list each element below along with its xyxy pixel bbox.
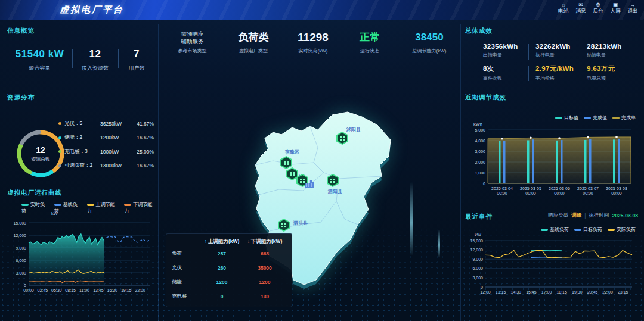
legend-row-storage: 储能：2 1200kW 16.67% bbox=[58, 131, 154, 145]
svg-text:2025-03-0400:00: 2025-03-0400:00 bbox=[491, 186, 513, 195]
legend-chip bbox=[612, 117, 620, 119]
overall-grid: 32356kWh出清电量 32262kWh执行电量 28213kWh结清电量 8… bbox=[476, 43, 640, 88]
stat-label: 总调节能力(kW) bbox=[413, 48, 447, 54]
legend-row-charger: 充电桩：3 1000kW 25.00% bbox=[58, 145, 154, 159]
legend-chip bbox=[124, 204, 131, 206]
svg-text:15:45: 15:45 bbox=[526, 290, 537, 294]
panel-run-curve: 虚拟电厂运行曲线 实时负荷 基线负荷 上调节能力 下调节能力 kW 03,000… bbox=[6, 186, 156, 321]
menu-item-bigscreen[interactable]: ▣ 大屏 bbox=[610, 2, 621, 14]
marker-inner bbox=[281, 157, 291, 168]
panel-title: 虚拟电厂运行曲线 bbox=[7, 189, 155, 197]
svg-text:2025-03-0700:00: 2025-03-0700:00 bbox=[577, 186, 599, 195]
menu-item-messages[interactable]: ✉ 消息 bbox=[575, 2, 586, 14]
legend-chip bbox=[584, 117, 591, 119]
legend-item: 目标值 bbox=[555, 114, 578, 121]
legend-item: 下调节能力 bbox=[124, 201, 156, 214]
stat-value: 51540 kW bbox=[7, 48, 72, 60]
overview-stats: 51540 kW 聚合容量 12 接入资源数 7 用户数 bbox=[7, 47, 155, 72]
cell-fee-total: 9.63万元电费总额 bbox=[580, 64, 637, 82]
stat-label: 用户数 bbox=[118, 64, 155, 72]
legend-name: 储能：2 bbox=[64, 134, 100, 141]
legend-item: 基线负荷 bbox=[54, 201, 82, 214]
legend-capacity: 1200kW bbox=[100, 135, 131, 141]
resource-total-value: 12 bbox=[36, 145, 45, 155]
legend-chip bbox=[54, 204, 61, 206]
event-legend: 基线负荷 目标负荷 实际负荷 bbox=[541, 226, 636, 233]
legend-chip bbox=[608, 229, 615, 231]
svg-text:5,000: 5,000 bbox=[475, 128, 485, 132]
svg-text:2025-03-0800:00: 2025-03-0800:00 bbox=[606, 186, 627, 195]
svg-text:12:00: 12:00 bbox=[480, 290, 491, 294]
run-curve-chart[interactable]: 03,0006,0009,00012,00015,00000:0002:4505… bbox=[7, 219, 154, 296]
tooltip-header: ↑上调能力(kW) ↓下调能力(kW) bbox=[172, 238, 286, 245]
capacity-tooltip: ↑上调能力(kW) ↓下调能力(kW) 负荷287663 光伏26035000 … bbox=[166, 233, 292, 307]
exec-time-value: 2025-03-08 bbox=[612, 213, 638, 219]
legend-percent: 16.67% bbox=[137, 163, 154, 169]
panel-recent-events: 最近事件 响应类型 调峰 | 执行时间 2025-03-08 基线负荷 目标负荷… bbox=[464, 210, 640, 321]
svg-text:4,000: 4,000 bbox=[475, 139, 485, 143]
cell-settled-energy: 28213kWh结清电量 bbox=[580, 43, 637, 58]
status-badge: 正常 bbox=[360, 29, 380, 46]
legend-item: 完成值 bbox=[584, 114, 607, 121]
tooltip-row-load: 负荷287663 bbox=[172, 247, 286, 261]
legend-chip bbox=[21, 204, 29, 206]
svg-text:6,000: 6,000 bbox=[16, 258, 26, 263]
legend-capacity: 13000kW bbox=[100, 163, 131, 169]
svg-text:00:00: 00:00 bbox=[23, 288, 34, 292]
svg-text:08:15: 08:15 bbox=[65, 288, 76, 292]
stat-run-status: 正常 运行状态 bbox=[343, 29, 397, 58]
svg-text:22:00: 22:00 bbox=[135, 288, 145, 292]
cell-average-price: 2.97元/kWh平均价格 bbox=[528, 64, 580, 82]
panel-overall-results: 总体成效 32356kWh出清电量 32262kWh执行电量 28213kWh结… bbox=[464, 24, 640, 89]
menu-item-station[interactable]: ⌂ 电站 bbox=[558, 2, 569, 14]
market-type-value: 需预响应 辅助服务 bbox=[181, 29, 204, 46]
menu-item-exit[interactable]: → 退出 bbox=[627, 2, 638, 14]
adjustment-chart[interactable]: 01,0002,0003,0004,0005,0002025-03-0400:0… bbox=[465, 126, 637, 200]
column-divider bbox=[460, 24, 461, 321]
marker-inner bbox=[338, 133, 347, 144]
svg-text:0: 0 bbox=[483, 182, 485, 186]
legend-name: 充电桩：3 bbox=[64, 148, 100, 155]
marker-inner bbox=[328, 175, 338, 186]
svg-text:11:00: 11:00 bbox=[79, 288, 89, 292]
svg-text:16:30: 16:30 bbox=[107, 288, 118, 292]
header-bar: 虚拟电厂平台 ⌂ 电站 ✉ 消息 ⚙ 后台 ▣ 大屏 → 退出 bbox=[0, 0, 644, 20]
resource-legend: 光伏：5 36250kW 41.67% 储能：2 1200kW 16.67% 充… bbox=[58, 117, 154, 173]
response-type-value: 调峰 bbox=[571, 212, 581, 219]
legend-capacity: 1000kW bbox=[100, 149, 131, 155]
light-beam-decoration bbox=[438, 229, 440, 258]
plant-glyph bbox=[340, 136, 345, 141]
svg-text:22:00: 22:00 bbox=[602, 290, 613, 294]
tooltip-corner bbox=[172, 238, 200, 245]
stat-value: 12 bbox=[72, 48, 118, 60]
menu-label: 后台 bbox=[593, 8, 603, 14]
response-type-label: 响应类型 bbox=[548, 212, 568, 219]
col-down-header: ↓下调能力(kW) bbox=[243, 238, 286, 245]
legend-name: 光伏：5 bbox=[64, 120, 100, 127]
stat-realtime-load: 11298 实时负荷(kW) bbox=[283, 29, 343, 58]
svg-text:15,000: 15,000 bbox=[14, 221, 27, 225]
stat-value: 38450 bbox=[415, 29, 443, 46]
cell-event-count: 8次事件次数 bbox=[476, 64, 528, 82]
panel-title: 近期调节成效 bbox=[465, 94, 639, 102]
adjust-legend: 目标值 完成值 完成率 bbox=[555, 114, 636, 121]
message-icon: ✉ bbox=[578, 2, 583, 8]
tooltip-row-charger: 充电桩0130 bbox=[172, 289, 286, 304]
legend-item: 基线负荷 bbox=[541, 226, 569, 233]
panel-resource-distribution: 资源分布 12 资源总数 光伏：5 36250kW 41.67% 储能：2 12… bbox=[6, 91, 156, 186]
legend-item: 目标负荷 bbox=[574, 226, 602, 233]
menu-item-backend[interactable]: ⚙ 后台 bbox=[593, 2, 603, 14]
exec-time-label: 执行时间 bbox=[589, 212, 609, 219]
page-title: 虚拟电厂平台 bbox=[60, 4, 124, 15]
svg-text:2025-03-0500:00: 2025-03-0500:00 bbox=[520, 186, 541, 195]
legend-dot bbox=[58, 136, 61, 139]
svg-text:1,000: 1,000 bbox=[475, 171, 485, 175]
tooltip-row-pv: 光伏26035000 bbox=[172, 261, 286, 275]
event-chart[interactable]: 03,0006,0009,00012,00015,00012:0013:1514… bbox=[465, 236, 637, 299]
arrow-up-icon: ↑ bbox=[205, 238, 207, 244]
stat-value: 11298 bbox=[298, 29, 329, 46]
legend-item: 实际负荷 bbox=[608, 226, 636, 233]
vpp-dashboard: 虚拟电厂平台 ⌂ 电站 ✉ 消息 ⚙ 后台 ▣ 大屏 → 退出 bbox=[0, 0, 644, 321]
legend-capacity: 36250kW bbox=[100, 121, 131, 127]
stat-resource-count: 12 接入资源数 bbox=[72, 47, 118, 72]
